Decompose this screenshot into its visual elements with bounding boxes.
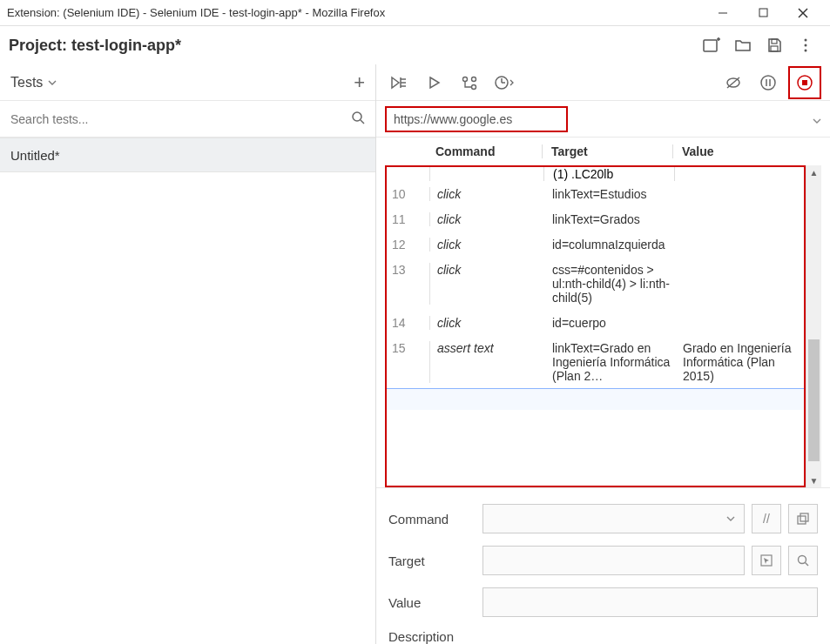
svg-point-9 [805,39,807,42]
tests-dropdown[interactable]: Tests [10,75,354,91]
playback-url-input[interactable] [394,112,559,126]
svg-line-35 [806,563,809,567]
svg-point-20 [472,84,476,89]
right-panel: Command Target Value (1) .LC20lb 10 clic… [376,64,830,644]
open-project-button[interactable] [727,30,759,61]
stop-record-button[interactable] [790,68,820,97]
svg-rect-31 [798,516,806,524]
svg-point-18 [463,77,468,81]
insert-row-bar[interactable] [387,388,804,410]
detail-value-input[interactable] [482,587,818,617]
stop-highlight [788,66,821,99]
scroll-down-arrow[interactable]: ▼ [806,473,821,487]
run-current-button[interactable] [420,68,449,97]
disable-breakpoints-button[interactable] [719,68,748,97]
more-menu-button[interactable] [790,30,821,61]
detail-command-label: Command [388,512,476,527]
svg-rect-8 [771,46,778,51]
window-titlebar: Extension: (Selenium IDE) - Selenium IDE… [0,0,830,26]
search-input[interactable] [10,112,351,126]
test-item[interactable]: Untitled* [0,138,375,172]
left-panel: Tests + Untitled* [0,64,376,644]
scroll-thumb[interactable] [808,339,820,461]
col-value-header: Value [672,144,794,158]
run-all-button[interactable] [385,68,415,97]
svg-line-13 [361,120,364,124]
scroll-up-arrow[interactable]: ▲ [806,165,821,179]
svg-rect-30 [802,80,807,85]
table-row[interactable]: 10 click linkText=Estudios [387,181,804,206]
command-table-body: (1) .LC20lb 10 click linkText=Estudios 1… [387,167,804,486]
find-target-button[interactable] [788,546,818,575]
project-bar: Project: test-login-app* [0,26,830,64]
url-row [376,101,830,138]
vertical-scrollbar[interactable]: ▲ ▼ [806,165,821,487]
chevron-down-icon [48,80,57,85]
step-button[interactable] [455,68,484,97]
test-item-name: Untitled* [10,148,60,163]
close-window-button[interactable] [783,0,823,26]
playback-toolbar [376,64,830,101]
detail-target-label: Target [388,553,476,568]
table-row-partial[interactable]: (1) .LC20lb [387,167,804,181]
table-row[interactable]: 14 click id=cuerpo [387,310,804,335]
search-row [0,101,375,138]
add-test-button[interactable]: + [354,71,365,94]
svg-rect-4 [704,40,717,51]
window-title: Extension: (Selenium IDE) - Selenium IDE… [7,6,703,19]
save-project-button[interactable] [759,30,790,61]
col-target-header: Target [542,144,672,158]
svg-point-11 [805,50,807,52]
svg-rect-32 [800,513,808,521]
toggle-comment-button[interactable]: // [752,504,781,533]
table-row[interactable]: 11 click linkText=Grados [387,206,804,231]
chevron-down-icon [726,516,735,521]
command-table-area: (1) .LC20lb 10 click linkText=Estudios 1… [376,165,830,487]
speed-button[interactable] [489,68,519,97]
open-new-window-button[interactable] [788,504,818,533]
project-title: Project: test-login-app* [9,37,696,55]
new-project-button[interactable] [696,30,727,61]
detail-command-select[interactable] [482,504,745,533]
table-highlight: (1) .LC20lb 10 click linkText=Estudios 1… [385,165,806,487]
table-row[interactable]: 12 click id=columnaIzquierda [387,231,804,257]
svg-rect-1 [759,9,767,17]
pause-button[interactable] [753,68,783,97]
svg-point-34 [799,556,806,564]
col-command-header: Command [428,144,542,158]
tests-header: Tests + [0,64,375,101]
svg-point-19 [472,77,476,81]
svg-point-12 [353,112,361,121]
select-target-button[interactable] [752,546,781,575]
url-highlight [385,106,568,132]
search-icon[interactable] [351,111,365,128]
detail-value-label: Value [388,595,476,610]
svg-point-26 [761,76,775,90]
table-row[interactable]: 13 click css=#contenidos > ul:nth-child(… [387,257,804,310]
minimize-button[interactable] [703,0,743,26]
maximize-button[interactable] [743,0,783,26]
url-dropdown-caret[interactable] [813,111,821,127]
svg-point-10 [805,44,807,47]
command-table-header: Command Target Value [376,138,830,165]
command-detail-area: Command // Target Value [376,487,830,644]
table-row[interactable]: 15 assert text linkText=Grado en Ingenie… [387,335,804,388]
detail-description-label: Description [388,629,476,644]
detail-target-input[interactable] [482,546,745,575]
